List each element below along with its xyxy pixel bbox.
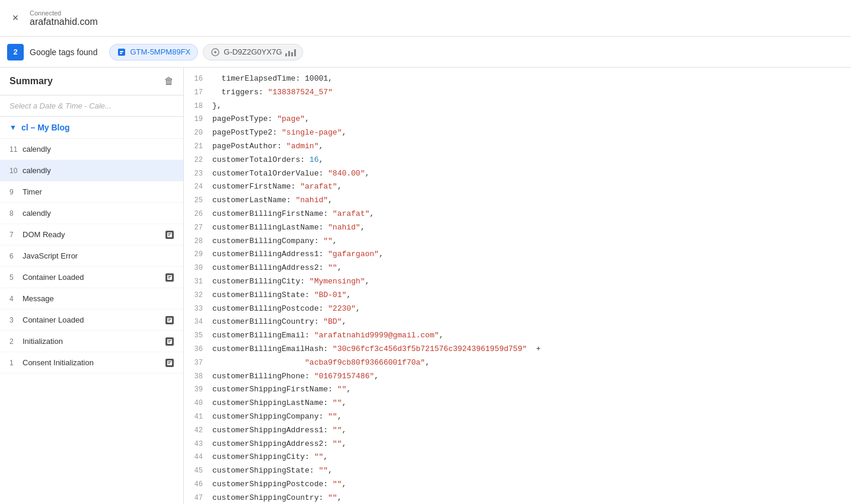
line-content: customerShippingAddress2: "", — [212, 438, 851, 451]
code-line: 21pagePostAuthor: "admin", — [184, 140, 851, 154]
event-number: 1 — [9, 359, 23, 367]
line-content: }, — [212, 100, 851, 113]
line-number: 25 — [184, 194, 212, 206]
line-number: 44 — [184, 451, 212, 463]
event-item[interactable]: 2Initialization — [0, 331, 183, 352]
code-line: 22customerTotalOrders: 16, — [184, 154, 851, 167]
event-item[interactable]: 6JavaScript Error — [0, 245, 183, 267]
line-number: 16 — [184, 73, 212, 85]
line-content: customerLastName: "nahid", — [212, 194, 851, 207]
code-line: 18}, — [184, 100, 851, 113]
line-content: customerBillingLastName: "nahid", — [212, 222, 851, 234]
line-content: customerTotalOrderValue: "840.00", — [212, 168, 851, 180]
event-item[interactable]: 3Container Loaded — [0, 310, 183, 331]
event-item[interactable]: 10calendly — [0, 160, 183, 181]
event-badge-icon — [165, 273, 174, 282]
chevron-down-icon: ▼ — [9, 123, 17, 132]
line-number: 26 — [184, 208, 212, 220]
line-number: 31 — [184, 276, 212, 288]
event-name: Consent Initialization — [23, 358, 163, 367]
trash-icon[interactable]: 🗑 — [164, 76, 174, 87]
code-line: 20pagePostType2: "single-page", — [184, 126, 851, 140]
line-content: pagePostAuthor: "admin", — [212, 141, 851, 153]
event-number: 7 — [9, 231, 23, 239]
gtm-tag-label: GTM-5MPM89FX — [130, 47, 190, 56]
line-content: customerTotalOrders: 16, — [212, 154, 851, 167]
line-number: 23 — [184, 168, 212, 180]
line-content: customerBillingCountry: "BD", — [212, 316, 851, 328]
event-item[interactable]: 5Container Loaded — [0, 267, 183, 288]
bar-chart-icon — [286, 47, 295, 57]
line-number: 35 — [184, 330, 212, 342]
gtm-icon — [117, 47, 126, 57]
event-item[interactable]: 7DOM Ready — [0, 224, 183, 245]
connected-label: Connected — [30, 9, 98, 17]
event-name: calendly — [23, 166, 174, 175]
date-filter[interactable]: Select a Date & Time - Cale... — [0, 95, 183, 117]
code-line: 35customerBillingEmail: "arafatnahid9999… — [184, 329, 851, 343]
code-line: 28customerBillingCompany: "", — [184, 235, 851, 248]
line-content: customerShippingPostcode: "", — [212, 479, 851, 491]
line-content: customerShippingLastName: "", — [212, 397, 851, 410]
svg-point-4 — [214, 51, 216, 53]
code-line: 30customerBillingAddress2: "", — [184, 261, 851, 275]
code-line: 46customerShippingPostcode: "", — [184, 478, 851, 492]
svg-rect-19 — [168, 363, 170, 364]
code-line: 25customerLastName: "nahid", — [184, 194, 851, 208]
line-number: 30 — [184, 262, 212, 274]
event-number: 5 — [9, 273, 23, 282]
line-number: 28 — [184, 235, 212, 247]
event-item[interactable]: 8calendly — [0, 203, 183, 224]
line-content: customerShippingAddress1: "", — [212, 425, 851, 437]
code-line: 34customerBillingCountry: "BD", — [184, 315, 851, 329]
event-number: 4 — [9, 295, 23, 303]
ga-tag-pill[interactable]: G-D9Z2G0YX7G — [203, 44, 302, 60]
summary-title: Summary — [9, 76, 53, 87]
tag-bar: 2 Google tags found GTM-5MPM89FX G-D9Z2G… — [0, 37, 851, 68]
line-number: 32 — [184, 289, 212, 301]
code-line: 39customerShippingFirstName: "", — [184, 383, 851, 397]
svg-rect-1 — [120, 51, 123, 52]
section-label: cl – My Blog — [21, 123, 70, 132]
code-line: 41customerShippingCompany: "", — [184, 410, 851, 424]
code-line: 16 timerElapsedTime: 10001, — [184, 72, 851, 86]
svg-rect-15 — [168, 340, 171, 341]
code-line: 36customerBillingEmailHash: "30c96fcf3c4… — [184, 343, 851, 356]
line-content: customerBillingEmail: "arafatnahid9999@g… — [212, 330, 851, 342]
line-number: 43 — [184, 438, 212, 450]
event-name: JavaScript Error — [23, 251, 174, 260]
code-line: 27customerBillingLastName: "nahid", — [184, 221, 851, 235]
code-line: 32customerBillingState: "BD-01", — [184, 289, 851, 302]
code-line: 37 "acba9f9cb80f93666001f70a", — [184, 356, 851, 370]
event-item[interactable]: 1Consent Initialization — [0, 352, 183, 374]
event-item[interactable]: 4Message — [0, 288, 183, 310]
line-number: 27 — [184, 222, 212, 234]
line-number: 42 — [184, 425, 212, 436]
svg-rect-12 — [168, 318, 171, 320]
event-number: 8 — [9, 209, 23, 218]
event-item[interactable]: 9Timer — [0, 181, 183, 203]
line-number: 17 — [184, 87, 212, 98]
code-line: 40customerShippingLastName: "", — [184, 397, 851, 410]
summary-header: Summary 🗑 — [0, 68, 183, 95]
line-content: customerShippingState: "", — [212, 465, 851, 477]
event-badge-icon — [165, 316, 174, 324]
event-name: Container Loaded — [23, 273, 163, 282]
line-number: 18 — [184, 100, 212, 112]
line-content: pagePostType: "page", — [212, 113, 851, 126]
code-line: 33customerBillingPostcode: "2230", — [184, 302, 851, 316]
line-content: customerBillingCompany: "", — [212, 235, 851, 248]
event-number: 10 — [9, 167, 23, 175]
event-item[interactable]: 11calendly — [0, 139, 183, 160]
event-number: 3 — [9, 316, 23, 324]
code-line: 44customerShippingCity: "", — [184, 451, 851, 464]
svg-rect-13 — [168, 320, 170, 321]
line-number: 29 — [184, 248, 212, 260]
event-badge-icon — [165, 337, 174, 346]
section-header[interactable]: ▼ cl – My Blog — [0, 117, 183, 139]
gtm-tag-pill[interactable]: GTM-5MPM89FX — [109, 44, 198, 60]
line-content: customerBillingAddress1: "gafargaon", — [212, 248, 851, 261]
close-button[interactable]: × — [7, 10, 24, 27]
line-content: "acba9f9cb80f93666001f70a", — [212, 357, 851, 369]
code-panel[interactable]: 16 timerElapsedTime: 10001,17 triggers: … — [184, 68, 851, 504]
